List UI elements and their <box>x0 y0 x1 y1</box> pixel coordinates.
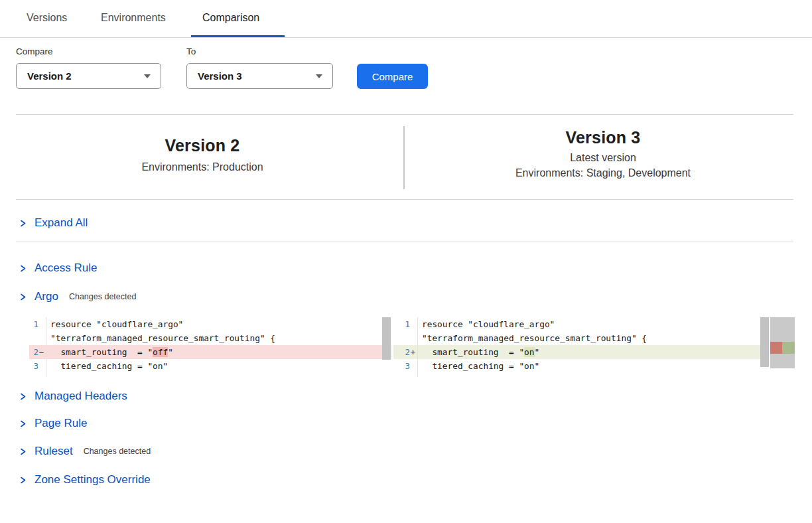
to-version-select[interactable]: Version 3 <box>186 63 333 89</box>
left-version-environments: Environments: Production <box>16 161 389 173</box>
code-text: tiered_caching = "on" <box>46 361 168 371</box>
chevron-right-icon <box>19 219 27 228</box>
diff-minimap[interactable] <box>770 317 795 368</box>
right-version-latest: Latest version <box>413 152 793 164</box>
right-version-environments: Environments: Staging, Development <box>413 167 793 179</box>
divider <box>16 199 793 200</box>
chevron-right-icon <box>19 476 27 485</box>
code-line: 3 tiered_caching = "on" <box>393 359 760 373</box>
diff-sign: − <box>38 347 44 357</box>
code-text: smart_routing = " <box>50 347 153 357</box>
code-text: " <box>535 347 540 357</box>
line-number: 3 <box>405 361 410 371</box>
line-number: 3 <box>33 361 38 371</box>
section-label: Argo <box>34 290 58 303</box>
code-line-removed: 2− smart_routing = "off" <box>29 345 391 359</box>
code-text: } <box>46 375 56 377</box>
compare-version-select[interactable]: Version 2 <box>16 63 161 89</box>
tab-comparison[interactable]: Comparison <box>202 12 259 24</box>
code-line: 1 resource "cloudflare_argo" <box>29 317 391 331</box>
to-version-value: Version 3 <box>198 70 242 82</box>
divider <box>16 242 793 242</box>
code-text: tiered_caching = "on" <box>418 361 539 371</box>
divider <box>16 114 793 115</box>
code-text: smart_routing = " <box>422 347 524 357</box>
right-version-title: Version 3 <box>413 128 793 147</box>
code-line: 3 tiered_caching = "on" <box>29 359 391 373</box>
tab-versions[interactable]: Versions <box>27 12 67 24</box>
section-argo[interactable]: Argo Changes detected <box>19 289 136 305</box>
line-number: 2 <box>405 347 410 357</box>
code-line: } <box>29 373 391 377</box>
chevron-right-icon <box>19 293 27 301</box>
section-label: Access Rule <box>34 262 97 275</box>
diff-sign: + <box>410 347 416 357</box>
code-line: "terraform_managed_resource_smart_routin… <box>29 331 391 345</box>
tab-environments[interactable]: Environments <box>101 12 166 24</box>
tab-bar-divider <box>0 37 812 38</box>
diff-pane-right[interactable]: 1 resource "cloudflare_argo" "terraform_… <box>393 317 760 377</box>
code-line: 1 resource "cloudflare_argo" <box>393 317 760 331</box>
code-text: resource "cloudflare_argo" <box>418 319 555 329</box>
left-pane-scrollbar[interactable] <box>382 317 391 360</box>
removed-word: off <box>153 347 168 357</box>
chevron-right-icon <box>19 264 27 273</box>
compare-button[interactable]: Compare <box>357 64 428 89</box>
code-text: } <box>418 375 427 377</box>
changes-detected-badge: Changes detected <box>84 447 151 456</box>
code-line: "terraform_managed_resource_smart_routin… <box>393 331 760 345</box>
section-label: Ruleset <box>34 445 73 458</box>
version-header-left: Version 2 Environments: Production <box>16 136 389 173</box>
comparison-page: Versions Environments Comparison Compare… <box>0 0 812 523</box>
section-label: Page Rule <box>34 417 87 430</box>
code-line-added: 2+ smart_routing = "on" <box>393 345 760 359</box>
code-text: "terraform_managed_resource_smart_routin… <box>46 333 275 343</box>
added-word: on <box>524 347 534 357</box>
chevron-right-icon <box>19 447 27 456</box>
section-label: Managed Headers <box>34 390 127 403</box>
section-ruleset[interactable]: Ruleset Changes detected <box>19 443 151 459</box>
chevron-right-icon <box>19 419 27 428</box>
to-label: To <box>186 46 196 56</box>
minimap-added-marker <box>782 342 795 354</box>
section-page-rule[interactable]: Page Rule <box>19 415 87 431</box>
code-text: " <box>168 347 173 357</box>
code-text: "terraform_managed_resource_smart_routin… <box>418 333 647 343</box>
caret-down-icon <box>316 74 322 78</box>
line-number: 1 <box>405 319 410 329</box>
section-managed-headers[interactable]: Managed Headers <box>19 388 127 404</box>
version-header-right: Version 3 Latest version Environments: S… <box>413 128 793 179</box>
changes-detected-badge: Changes detected <box>69 292 136 301</box>
code-line: } <box>393 373 760 377</box>
expand-all-button[interactable]: Expand All <box>19 215 88 231</box>
code-text: resource "cloudflare_argo" <box>46 319 183 329</box>
compare-version-value: Version 2 <box>27 70 72 82</box>
left-version-title: Version 2 <box>16 136 389 155</box>
section-access-rule[interactable]: Access Rule <box>19 260 97 276</box>
chevron-right-icon <box>19 392 27 401</box>
minimap-removed-marker <box>770 342 782 354</box>
line-number: 2 <box>33 347 38 357</box>
diff-pane-left[interactable]: 1 resource "cloudflare_argo" "terraform_… <box>29 317 391 377</box>
expand-all-label: Expand All <box>34 216 88 230</box>
compare-label: Compare <box>16 46 53 56</box>
line-number: 1 <box>33 319 38 329</box>
version-header-divider <box>403 126 405 189</box>
section-zone-settings-override[interactable]: Zone Settings Override <box>19 472 151 488</box>
right-pane-scrollbar[interactable] <box>760 317 769 367</box>
section-label: Zone Settings Override <box>34 473 151 486</box>
caret-down-icon <box>144 74 151 78</box>
